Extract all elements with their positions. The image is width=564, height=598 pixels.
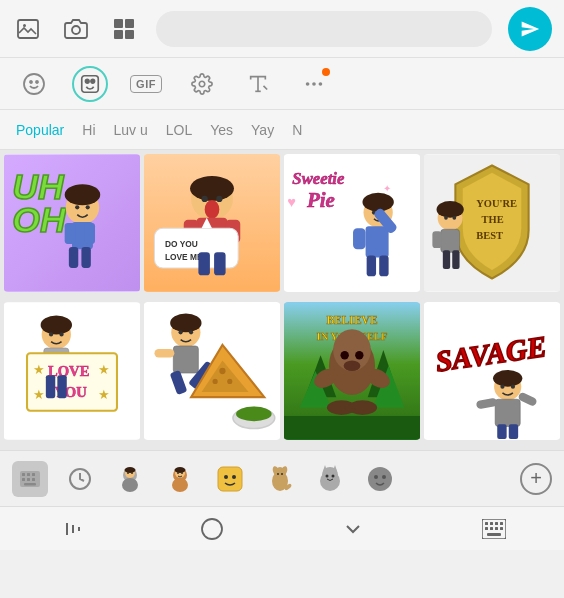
svg-point-18 <box>312 82 316 86</box>
sticker-do-you-love-me[interactable]: DO YOU LOVE ME? <box>144 154 280 292</box>
svg-point-157 <box>232 475 236 479</box>
settings-icon[interactable] <box>184 66 220 102</box>
bitmoji-sticker-icon[interactable] <box>72 66 108 102</box>
svg-rect-138 <box>22 478 25 481</box>
tab-yay[interactable]: Yay <box>251 122 274 138</box>
svg-rect-70 <box>432 231 441 248</box>
svg-point-147 <box>131 472 133 474</box>
tab-lol[interactable]: LOL <box>166 122 192 138</box>
svg-rect-45 <box>198 252 210 275</box>
search-input[interactable] <box>156 11 492 47</box>
svg-point-163 <box>281 473 283 475</box>
svg-rect-27 <box>69 247 78 268</box>
svg-point-148 <box>122 478 138 492</box>
svg-text:★: ★ <box>98 363 110 377</box>
svg-point-162 <box>277 473 279 475</box>
sticker-sweetie-pie[interactable]: Sweetie Pie ♥ ✦ <box>284 154 420 292</box>
text-icon[interactable] <box>240 66 276 102</box>
svg-point-115 <box>340 351 348 359</box>
svg-text:YOU'RE: YOU'RE <box>476 198 517 209</box>
svg-point-173 <box>382 475 386 479</box>
svg-rect-129 <box>495 399 520 426</box>
svg-text:Sweetie: Sweetie <box>292 169 345 188</box>
svg-rect-0 <box>18 20 38 38</box>
add-button[interactable]: + <box>520 463 552 495</box>
svg-rect-95 <box>173 346 198 373</box>
svg-point-156 <box>224 475 228 479</box>
camera-icon[interactable] <box>60 13 92 45</box>
svg-rect-5 <box>114 30 123 39</box>
tab-luvu[interactable]: Luv u <box>114 122 148 138</box>
notification-dot <box>322 68 330 76</box>
svg-point-170 <box>332 474 335 477</box>
image-icon[interactable] <box>12 13 44 45</box>
svg-rect-137 <box>32 473 35 476</box>
grey-icon[interactable] <box>362 461 398 497</box>
tab-yes[interactable]: Yes <box>210 122 233 138</box>
svg-point-17 <box>306 82 310 86</box>
person1-icon[interactable] <box>112 461 148 497</box>
tab-hi[interactable]: Hi <box>82 122 95 138</box>
svg-point-105 <box>236 407 272 422</box>
svg-point-172 <box>374 475 378 479</box>
back-nav-button[interactable] <box>41 507 101 551</box>
sticker-believe-in-yourself[interactable]: BELIEVE IN YOURSELF <box>284 302 420 440</box>
svg-point-117 <box>344 361 361 371</box>
svg-point-178 <box>202 519 222 539</box>
person2-icon[interactable] <box>162 461 198 497</box>
bottom-emoji-bar: + <box>0 450 564 506</box>
home-nav-button[interactable] <box>182 507 242 551</box>
sticker-uhoh[interactable]: UH OH <box>4 154 140 292</box>
svg-text:DO YOU: DO YOU <box>165 239 198 249</box>
svg-point-30 <box>75 205 79 209</box>
svg-rect-139 <box>27 478 30 481</box>
sticker-savage[interactable]: SAVAGE <box>424 302 560 440</box>
svg-point-75 <box>41 316 72 335</box>
svg-point-1 <box>23 24 26 27</box>
grid-icon[interactable] <box>108 13 140 45</box>
cat-icon[interactable] <box>312 461 348 497</box>
kangaroo-icon[interactable] <box>262 461 298 497</box>
sticker-love-you[interactable]: ★ ★ ★ ★ LOVE YOU <box>4 302 140 440</box>
svg-point-121 <box>348 400 377 415</box>
svg-point-29 <box>65 184 101 205</box>
svg-point-171 <box>368 467 392 491</box>
svg-rect-183 <box>500 522 503 525</box>
svg-rect-184 <box>485 527 488 530</box>
tab-popular[interactable]: Popular <box>16 122 64 138</box>
svg-text:BEST: BEST <box>476 230 503 241</box>
more-icon[interactable] <box>296 66 332 102</box>
svg-rect-25 <box>65 223 75 244</box>
svg-rect-58 <box>353 228 366 249</box>
svg-point-36 <box>216 196 222 202</box>
recent-nav-button[interactable] <box>323 507 383 551</box>
svg-point-35 <box>202 196 208 202</box>
svg-point-151 <box>175 467 186 473</box>
svg-text:★: ★ <box>33 388 45 402</box>
gif-button[interactable]: GIF <box>128 66 164 102</box>
keyboard-icon[interactable] <box>12 461 48 497</box>
svg-rect-89 <box>57 375 66 398</box>
sticker-grid: UH OH <box>0 150 564 450</box>
emoji-icon[interactable] <box>16 66 52 102</box>
svg-rect-4 <box>125 19 134 28</box>
svg-text:Pie: Pie <box>306 188 335 212</box>
svg-point-152 <box>177 472 179 474</box>
svg-rect-186 <box>495 527 498 530</box>
svg-point-34 <box>190 176 234 201</box>
svg-rect-88 <box>46 375 55 398</box>
sticker-samosa[interactable] <box>144 302 280 440</box>
svg-point-8 <box>30 81 32 83</box>
bitmoji-emoji-icon[interactable] <box>212 461 248 497</box>
svg-point-77 <box>59 332 63 336</box>
recent-icon[interactable] <box>62 461 98 497</box>
svg-rect-140 <box>32 478 35 481</box>
send-button[interactable] <box>508 7 552 51</box>
svg-point-126 <box>493 370 522 387</box>
sticker-youre-best[interactable]: YOU'RE THE BEST <box>424 154 560 292</box>
tab-n[interactable]: N <box>292 122 302 138</box>
keyboard-nav-button[interactable] <box>464 507 524 551</box>
svg-rect-132 <box>497 424 506 439</box>
svg-point-13 <box>199 81 205 87</box>
svg-point-19 <box>319 82 323 86</box>
